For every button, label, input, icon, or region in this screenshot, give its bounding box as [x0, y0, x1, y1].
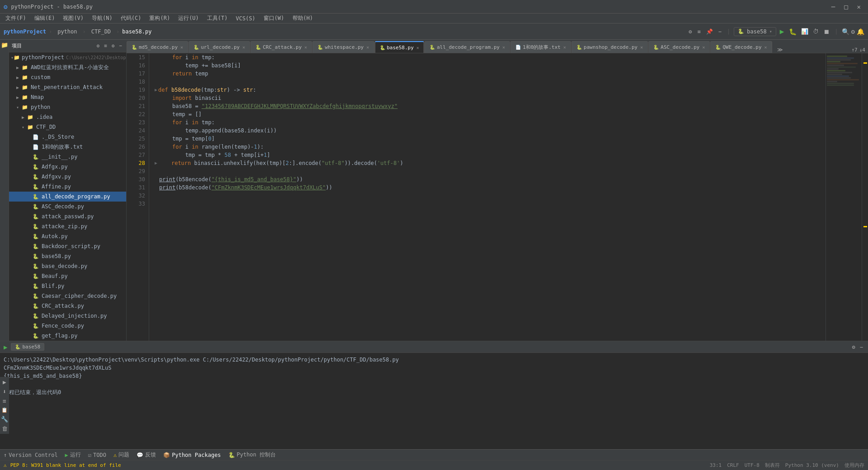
tree-item-get-flag[interactable]: ▶ 🐍 get_flag.py [9, 331, 126, 341]
toolbar-pin-icon[interactable]: 📌 [704, 28, 715, 36]
tree-item-init-py[interactable]: ▶ 🐍 __init__.py [9, 152, 126, 162]
tree-item-caesar[interactable]: ▶ 🐍 Caesar_cipher_decode.py [9, 291, 126, 301]
status-encoding[interactable]: UTF-8 [745, 462, 760, 468]
tree-item-base58[interactable]: ▶ 🐍 base58.py [9, 251, 126, 261]
term-icon-5[interactable]: 🔧 [1, 416, 8, 423]
tree-item-base-decode[interactable]: ▶ 🐍 base_decode.py [9, 261, 126, 271]
status-position[interactable]: 33:1 [710, 462, 722, 468]
notifications-button[interactable]: 🔔 [857, 28, 864, 35]
terminal-minimize-icon[interactable]: − [859, 343, 864, 351]
tree-item-awd[interactable]: ▶ 📁 AWD红蓝对抗资料工具-小迪安全 [9, 62, 126, 72]
tree-item-net-pen[interactable]: ▶ 📁 Net_penetration_Attack [9, 82, 126, 92]
tab-all-decode[interactable]: 🐍 all_decode_program.py ✕ [425, 41, 510, 53]
tab-md5-decode[interactable]: 🐍 md5_decode.py ✕ [127, 41, 188, 53]
tree-item-attacke-zip[interactable]: ▶ 🐍 attacke_zip.py [9, 221, 126, 231]
tree-item-autok[interactable]: ▶ 🐍 Autok.py [9, 231, 126, 241]
tree-item-crc[interactable]: ▶ 🐍 CRC_attack.py [9, 301, 126, 311]
tab-close-md5[interactable]: ✕ [180, 45, 183, 50]
toolbar-layout-icon[interactable]: ≡ [696, 28, 703, 36]
tab-qwe[interactable]: 🐍 QWE_decode.py ✕ [710, 41, 772, 53]
run-button[interactable]: ▶ [778, 27, 786, 36]
tree-item-beauf[interactable]: ▶ 🐍 Beauf.py [9, 271, 126, 281]
tab-close-all[interactable]: ✕ [502, 45, 505, 50]
tree-item-delayed[interactable]: ▶ 🐍 Delayed_injection.py [9, 311, 126, 321]
profile-button[interactable]: ⏱ [811, 28, 820, 35]
status-memory[interactable]: 使用内存 [844, 462, 864, 469]
nav-run[interactable]: ▶ 运行 [65, 451, 81, 459]
tree-item-adfgxv[interactable]: ▶ 🐍 Adfgxv.py [9, 172, 126, 182]
menu-item-file[interactable]: 文件(F) [2, 14, 30, 23]
debug-button[interactable]: 🐛 [788, 28, 798, 35]
tree-item-idea[interactable]: ▶ 📁 .idea [9, 112, 126, 122]
tree-item-fence[interactable]: ▶ 🐍 Fence_code.py [9, 321, 126, 331]
toolbar-tab-ctfdd[interactable]: CTF_DD [89, 28, 113, 36]
terminal-tab-label[interactable]: 🐍 base58 [11, 343, 44, 351]
term-icon-2[interactable]: ⬇ [3, 388, 6, 395]
tab-crc-attack[interactable]: 🐍 CRC_attack.py ✕ [250, 41, 312, 53]
stop-button[interactable]: ⏹ [822, 28, 831, 35]
nav-version-control[interactable]: ↑ Version Control [4, 452, 58, 458]
tab-close-base58[interactable]: ✕ [416, 45, 419, 50]
nav-python-packages[interactable]: 📦 Python Packages [163, 452, 221, 458]
status-warning-text[interactable]: PEP 8: W391 blank line at end of file [10, 462, 121, 468]
tree-item-python[interactable]: ▾ 📁 python [9, 102, 126, 112]
nav-feedback[interactable]: 💬 反馈 [137, 451, 156, 459]
tree-item-ctfdd[interactable]: ▾ 📁 CTF_DD [9, 122, 126, 132]
annotation-nav-down[interactable]: ↓4 [859, 47, 865, 53]
annotation-nav-up[interactable]: ↑7 [852, 47, 858, 53]
tab-close-url[interactable]: ✕ [242, 45, 245, 50]
run-config-selector[interactable]: 🐍 base58 ▾ [734, 27, 776, 36]
run-icon[interactable]: ▶ [4, 343, 7, 351]
tab-close-asc[interactable]: ✕ [702, 45, 705, 50]
tree-item-all-decode[interactable]: ▶ 🐍 all_decode_program.py [9, 192, 126, 202]
sidebar-layout-icon[interactable]: ≡ [103, 42, 108, 49]
tree-item-ds-store[interactable]: ▶ 📄 ._DS_Store [9, 132, 126, 142]
sidebar-sync-icon[interactable]: ⚙ [95, 42, 101, 49]
term-icon-6[interactable]: 🗑 [2, 425, 8, 432]
tab-asc[interactable]: 🐍 ASC_decode.py ✕ [648, 41, 710, 53]
menu-item-window[interactable]: 窗口(W) [260, 14, 288, 23]
menu-item-help[interactable]: 帮助(H) [289, 14, 317, 23]
tab-close-ws[interactable]: ✕ [366, 45, 369, 50]
code-area[interactable]: for i in tmp: temp += base58[i] return t… [149, 53, 826, 341]
term-icon-3[interactable]: ≡ [3, 398, 6, 404]
tree-item-affine[interactable]: ▶ 🐍 Affine.py [9, 182, 126, 192]
tab-close-crc[interactable]: ✕ [304, 45, 307, 50]
toolbar-settings-icon[interactable]: ⚙ [687, 28, 693, 36]
tree-item-blif[interactable]: ▶ 🐍 Blif.py [9, 281, 126, 291]
maximize-button[interactable]: □ [840, 2, 851, 11]
status-indent[interactable]: 制表符 [765, 462, 780, 469]
term-icon-1[interactable]: ▶ [3, 379, 6, 385]
tree-item-backdoor[interactable]: ▶ 🐍 Backdoor_script.py [9, 241, 126, 251]
menu-item-tools[interactable]: 工具(T) [203, 14, 231, 23]
menu-item-view[interactable]: 视图(V) [59, 14, 87, 23]
tab-close-pawn[interactable]: ✕ [640, 45, 643, 50]
nav-todo[interactable]: ☑ TODO [88, 452, 106, 458]
tab-url-decode[interactable]: 🐍 url_decode.py ✕ [189, 41, 250, 53]
tree-item-root[interactable]: ▾ 📁 pythonProject C:\Users\22422\Desktop… [9, 52, 126, 62]
tree-item-nmap[interactable]: ▶ 📁 Nmap [9, 92, 126, 102]
sidebar-settings-icon[interactable]: ⚙ [110, 42, 116, 49]
nav-python-console[interactable]: 🐍 Python 控制台 [228, 451, 276, 459]
menu-item-vcs[interactable]: VCS(S) [232, 14, 259, 23]
menu-item-run[interactable]: 运行(U) [175, 14, 203, 23]
editor-content[interactable]: 15 16 17 18 19 20 21 22 23 24 25 26 27 2… [127, 53, 868, 341]
project-tool-icon[interactable]: 📁 [1, 42, 8, 48]
term-icon-4[interactable]: 📋 [1, 407, 8, 413]
search-everywhere-button[interactable]: 🔍 [842, 28, 849, 35]
tab-base58[interactable]: 🐍 base58.py ✕ [375, 41, 425, 53]
close-button[interactable]: ✕ [854, 2, 864, 11]
sidebar-minus-icon[interactable]: − [118, 42, 123, 49]
terminal-content[interactable]: C:\Users\22422\Desktop\pythonProject\ven… [0, 353, 868, 449]
toolbar-minus-icon[interactable]: − [717, 28, 723, 36]
status-line-ending[interactable]: CRLF [727, 462, 739, 468]
minimize-button[interactable]: ─ [828, 2, 839, 11]
annotation-scrollbar[interactable] [862, 53, 868, 341]
tabs-overflow-button[interactable]: ≫ [774, 47, 786, 53]
tree-item-attack-passwd[interactable]: ▶ 🐍 attack_passwd.py [9, 212, 126, 221]
tab-close-txt[interactable]: ✕ [563, 45, 566, 50]
tab-close-qwe[interactable]: ✕ [764, 45, 767, 50]
tab-txt[interactable]: 📄 1和0的故事.txt ✕ [510, 41, 571, 53]
menu-item-code[interactable]: 代码(C) [117, 14, 145, 23]
menu-item-nav[interactable]: 导航(N) [88, 14, 116, 23]
